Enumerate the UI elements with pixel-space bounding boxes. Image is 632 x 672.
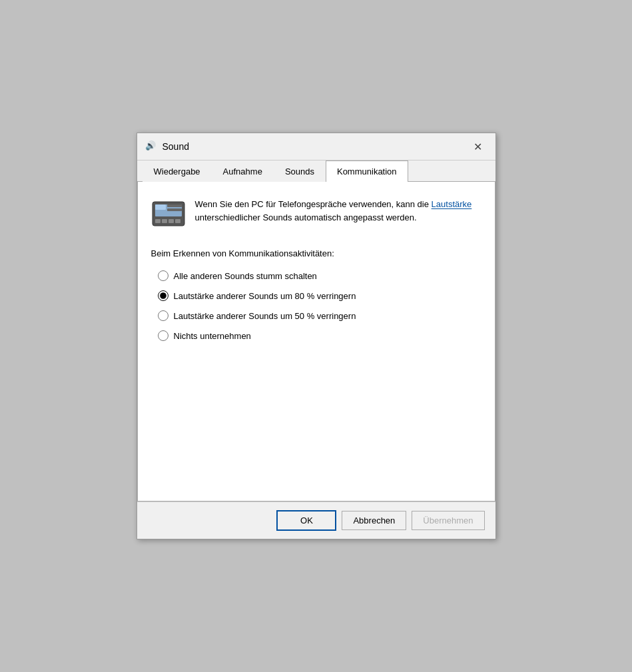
tab-content: Wenn Sie den PC für Telefongespräche ver… bbox=[137, 182, 495, 502]
window-title: Sound bbox=[162, 141, 189, 152]
tab-sounds[interactable]: Sounds bbox=[274, 161, 326, 182]
radio-reduce50-label: Lautstärke anderer Sounds um 50 % verrin… bbox=[174, 311, 356, 321]
radio-reduce50[interactable] bbox=[158, 310, 168, 321]
svg-rect-6 bbox=[155, 204, 166, 210]
radio-mute[interactable] bbox=[158, 270, 168, 281]
svg-rect-8 bbox=[167, 208, 182, 211]
title-bar-left: 🔊 Sound bbox=[145, 141, 189, 153]
svg-rect-4 bbox=[168, 219, 174, 223]
radio-group: Alle anderen Sounds stumm schalten Lauts… bbox=[158, 270, 481, 341]
sound-dialog: 🔊 Sound ✕ Wiedergabe Aufnahme Sounds Kom… bbox=[137, 133, 496, 539]
phone-icon bbox=[151, 198, 186, 230]
svg-rect-7 bbox=[167, 204, 182, 207]
svg-rect-5 bbox=[175, 219, 180, 223]
radio-reduce80-label: Lautstärke anderer Sounds um 80 % verrin… bbox=[174, 291, 356, 301]
info-highlight: Lautstärke bbox=[432, 199, 472, 209]
info-text-part1: Wenn Sie den PC für Telefongespräche ver… bbox=[195, 199, 432, 209]
cancel-button[interactable]: Abbrechen bbox=[342, 511, 406, 530]
radio-item-reduce80[interactable]: Lautstärke anderer Sounds um 80 % verrin… bbox=[158, 290, 481, 301]
radio-nothing[interactable] bbox=[158, 330, 168, 341]
tab-wiedergabe[interactable]: Wiedergabe bbox=[143, 161, 212, 182]
info-text-part2: unterschiedlicher Sounds automatisch ang… bbox=[195, 212, 417, 222]
radio-item-nothing[interactable]: Nichts unternehmen bbox=[158, 330, 481, 341]
tab-bar: Wiedergabe Aufnahme Sounds Kommunikation bbox=[137, 161, 495, 182]
svg-rect-2 bbox=[155, 219, 160, 223]
close-button[interactable]: ✕ bbox=[469, 139, 487, 155]
info-box: Wenn Sie den PC für Telefongespräche ver… bbox=[151, 198, 481, 230]
radio-item-mute[interactable]: Alle anderen Sounds stumm schalten bbox=[158, 270, 481, 281]
footer: OK Abbrechen Übernehmen bbox=[137, 502, 495, 539]
tab-kommunikation[interactable]: Kommunikation bbox=[326, 161, 408, 182]
apply-button[interactable]: Übernehmen bbox=[412, 511, 484, 530]
radio-nothing-label: Nichts unternehmen bbox=[174, 331, 251, 341]
section-label: Beim Erkennen von Kommunikationsaktivitä… bbox=[151, 248, 481, 258]
sound-title-icon: 🔊 bbox=[145, 141, 157, 153]
svg-rect-3 bbox=[162, 219, 167, 223]
radio-mute-label: Alle anderen Sounds stumm schalten bbox=[174, 271, 317, 281]
info-text: Wenn Sie den PC für Telefongespräche ver… bbox=[195, 198, 481, 224]
radio-reduce80[interactable] bbox=[158, 290, 168, 301]
title-bar: 🔊 Sound ✕ bbox=[137, 133, 495, 161]
tab-aufnahme[interactable]: Aufnahme bbox=[212, 161, 274, 182]
radio-item-reduce50[interactable]: Lautstärke anderer Sounds um 50 % verrin… bbox=[158, 310, 481, 321]
ok-button[interactable]: OK bbox=[276, 510, 336, 531]
